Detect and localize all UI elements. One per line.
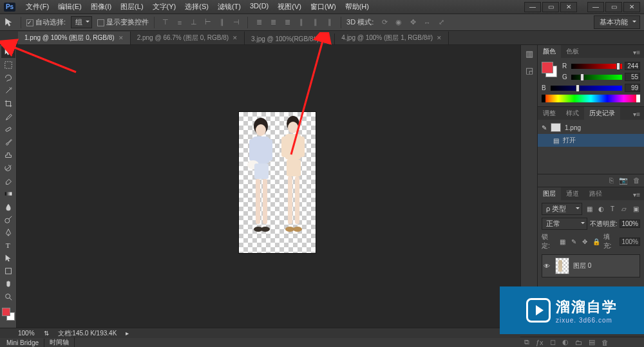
roll-3d-icon[interactable]: ◉ <box>393 17 404 28</box>
distribute-icon[interactable]: ∥ <box>296 17 307 28</box>
filter-type-icon[interactable]: T <box>608 205 617 214</box>
camera-icon[interactable]: 📷 <box>619 176 628 185</box>
menu-type[interactable]: 文字(Y) <box>149 1 180 13</box>
color-spectrum[interactable] <box>542 95 640 102</box>
history-snapshot[interactable]: ✎ 1.png <box>538 121 644 134</box>
blur-tool[interactable] <box>1 201 15 212</box>
zoom-level[interactable]: 100% <box>18 330 35 337</box>
layer-filter-dropdown[interactable]: ρ 类型 <box>542 203 582 215</box>
new-icon[interactable]: ▤ <box>589 338 595 346</box>
pen-tool[interactable] <box>1 227 15 238</box>
auto-select-checkbox[interactable]: 自动选择: <box>26 17 66 27</box>
shape-tool[interactable] <box>1 265 15 277</box>
menu-edit[interactable]: 编辑(E) <box>54 1 86 13</box>
menu-select[interactable]: 选择(S) <box>181 1 213 13</box>
document-tab[interactable]: 1.png @ 100% (图层 0, RGB/8)✕ <box>18 32 131 44</box>
history-brush-tool[interactable] <box>1 162 15 174</box>
histogram-panel-icon[interactable]: ▥ <box>524 48 535 59</box>
tab-history[interactable]: 历史记录 <box>584 107 620 120</box>
color-preview[interactable] <box>542 62 557 77</box>
align-vcenter-icon[interactable]: ≡ <box>174 17 185 28</box>
close-icon[interactable]: ✕ <box>232 35 238 41</box>
auto-select-dropdown[interactable]: 组 <box>71 16 92 28</box>
orbit-3d-icon[interactable]: ⟳ <box>379 17 390 28</box>
doc-restore-button[interactable]: ▭ <box>542 2 559 12</box>
menu-filter[interactable]: 滤镜(T) <box>214 1 245 13</box>
window-minimize-button[interactable]: — <box>587 2 604 12</box>
opacity-value[interactable]: 100% <box>620 220 640 228</box>
show-transform-checkbox[interactable]: 显示变换控件 <box>97 17 149 27</box>
slide-3d-icon[interactable]: ↔ <box>421 17 433 28</box>
lock-pixels-icon[interactable]: ✎ <box>569 237 578 246</box>
foreground-color[interactable] <box>2 308 10 316</box>
pan-3d-icon[interactable]: ✥ <box>407 17 419 28</box>
r-value[interactable]: 244 <box>625 62 640 70</box>
trash-icon[interactable]: 🗑 <box>633 176 640 185</box>
layer-row[interactable]: 👁 图层 0 <box>542 254 640 277</box>
stamp-tool[interactable] <box>1 149 15 161</box>
distribute-icon[interactable]: ≣ <box>253 17 265 28</box>
fill-value[interactable]: 100% <box>620 238 640 246</box>
link-icon[interactable]: ⧉ <box>524 338 529 346</box>
navigator-panel-icon[interactable]: ◲ <box>524 64 535 76</box>
blend-mode-dropdown[interactable]: 正常 <box>542 218 587 230</box>
history-step[interactable]: ▤ 打开 <box>538 134 644 147</box>
adjustment-icon[interactable]: ◐ <box>562 338 569 346</box>
align-left-icon[interactable]: ⊢ <box>202 17 214 28</box>
window-close-button[interactable]: ✕ <box>623 2 640 12</box>
crop-tool[interactable] <box>1 98 15 109</box>
filter-shape-icon[interactable]: ▱ <box>620 205 629 214</box>
menu-help[interactable]: 帮助(H) <box>341 1 373 13</box>
doc-info[interactable]: 文档:145.0 K/193.4K <box>58 329 117 338</box>
layer-thumbnail[interactable] <box>555 258 569 274</box>
distribute-icon[interactable]: ≣ <box>281 17 293 28</box>
panel-menu-icon[interactable]: ▾≡ <box>629 189 644 200</box>
close-icon[interactable]: ✕ <box>437 35 442 41</box>
menu-window[interactable]: 窗口(W) <box>307 1 340 13</box>
b-slider[interactable] <box>551 86 622 91</box>
mask-icon[interactable]: ◻ <box>550 338 556 346</box>
chevron-icon[interactable]: ⇅ <box>44 330 49 337</box>
lasso-tool[interactable] <box>1 72 15 84</box>
panel-menu-icon[interactable]: ▾≡ <box>629 109 644 120</box>
close-icon[interactable]: ✕ <box>118 35 124 41</box>
tab-paths[interactable]: 路径 <box>584 187 607 200</box>
document-tab[interactable]: 2.png @ 66.7% (图层 0, RGB/8)✕ <box>131 32 245 44</box>
eyedropper-tool[interactable] <box>1 111 15 122</box>
hand-tool[interactable] <box>1 278 15 290</box>
chevron-right-icon[interactable]: ▸ <box>126 330 129 337</box>
path-select-tool[interactable] <box>1 252 15 264</box>
lock-all-icon[interactable]: 🔒 <box>592 237 600 246</box>
tab-layers[interactable]: 图层 <box>538 187 561 200</box>
folder-icon[interactable]: 🗀 <box>575 339 582 346</box>
zoom-tool[interactable] <box>1 291 15 303</box>
new-snapshot-icon[interactable]: ⎘ <box>609 176 614 185</box>
scale-3d-icon[interactable]: ⤢ <box>435 17 447 28</box>
trash-icon[interactable]: 🗑 <box>601 339 609 346</box>
tab-styles[interactable]: 样式 <box>561 107 584 120</box>
r-slider[interactable] <box>571 64 622 69</box>
g-value[interactable]: 55 <box>625 73 640 81</box>
dodge-tool[interactable] <box>1 214 15 225</box>
doc-close-button[interactable]: ✕ <box>560 2 577 12</box>
distribute-icon[interactable]: ∥ <box>310 17 321 28</box>
color-swatches[interactable] <box>2 308 15 321</box>
marquee-tool[interactable] <box>1 59 15 71</box>
gradient-tool[interactable] <box>1 188 15 200</box>
align-bottom-icon[interactable]: ⊥ <box>188 17 200 28</box>
filter-pixel-icon[interactable]: ▦ <box>585 205 594 214</box>
menu-view[interactable]: 视图(V) <box>274 1 305 13</box>
distribute-icon[interactable]: ∥ <box>324 17 336 28</box>
filter-adjust-icon[interactable]: ◐ <box>596 205 605 214</box>
lock-position-icon[interactable]: ✥ <box>581 237 589 246</box>
workspace-switcher[interactable]: 基本功能 <box>594 15 640 29</box>
heal-tool[interactable] <box>1 124 15 135</box>
tab-timeline[interactable]: 时间轴 <box>44 337 75 347</box>
eraser-tool[interactable] <box>1 175 15 187</box>
filter-smart-icon[interactable]: ▣ <box>631 205 640 214</box>
lock-transparency-icon[interactable]: ▦ <box>558 237 567 246</box>
layer-name[interactable]: 图层 0 <box>573 261 591 270</box>
align-hcenter-icon[interactable]: ∥ <box>216 17 228 28</box>
b-value[interactable]: 99 <box>625 84 640 92</box>
align-right-icon[interactable]: ⊣ <box>231 17 242 28</box>
